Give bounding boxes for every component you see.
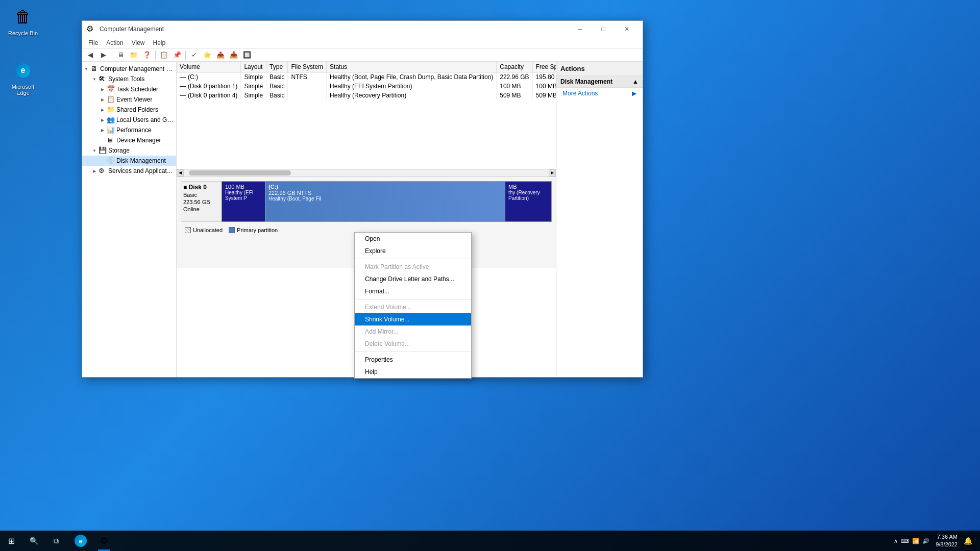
task-view-button[interactable]: ⧉ [45,531,67,551]
ctx-open[interactable]: Open [355,233,471,245]
taskbar-computer-mgmt[interactable]: ⚙ [93,531,115,551]
toolbar-forward[interactable]: ▶ [97,49,110,61]
partition-main[interactable]: (C:) 222.96 GB NTFS Healthy (Boot, Page … [265,182,505,221]
tree-disk-management[interactable]: 💿 Disk Management [82,156,176,166]
sys-icon: 🛠 [99,75,107,83]
fs-c: NTFS [288,72,327,82]
partition-recovery[interactable]: MB thy (Recovery Partition) [505,182,551,221]
table-scroll[interactable]: Volume Layout Type File System Status Ca… [177,62,556,169]
recycle-bin-icon[interactable]: 🗑 Recycle Bin [3,3,43,38]
toolbar-btn8[interactable]: 📥 [228,49,240,61]
col-volume[interactable]: Volume [177,62,241,72]
notification-button[interactable]: 🔔 [960,531,976,551]
actions-section-disk-mgmt[interactable]: Disk Management ▲ [556,76,643,88]
stor-icon: 💾 [99,146,107,155]
table-row[interactable]: —(Disk 0 partition 1) Simple Basic Healt… [177,82,556,91]
rec-desc: thy (Recovery Partition) [508,190,548,201]
close-button[interactable]: ✕ [615,21,639,37]
partition-efi[interactable]: 100 MB Healthy (EFI System P [222,182,265,221]
col-filesystem[interactable]: File System [288,62,327,72]
recycle-bin-label: Recycle Bin [8,30,38,36]
taskbar-clock[interactable]: 7:36 AM 9/8/2022 [936,533,958,549]
stor-label: Storage [108,147,130,154]
toolbar-computer[interactable]: 🖥 [114,49,127,61]
tree-system-tools[interactable]: ▼ 🛠 System Tools [82,74,176,84]
scroll-right[interactable]: ▶ [549,169,556,177]
search-button[interactable]: 🔍 [22,531,45,551]
ctx-shrink[interactable]: Shrink Volume... [355,313,471,325]
col-layout[interactable]: Layout [241,62,266,72]
tree-shared-folders[interactable]: ▶ 📁 Shared Folders [82,105,176,115]
scrollbar-thumb[interactable] [189,170,291,176]
main-desc: Healthy (Boot, Page Fil [268,196,502,202]
tray-network[interactable]: 📶 [912,538,919,544]
ev-icon: 📋 [107,95,115,104]
taskbar-edge[interactable]: e [69,531,92,551]
col-freespace[interactable]: Free Space [532,62,556,72]
minimize-button[interactable]: ─ [568,21,592,37]
scrollbar-track[interactable] [184,169,549,177]
tray-chevron[interactable]: ∧ [894,538,898,544]
toolbar-btn9[interactable]: 🔲 [241,49,253,61]
taskbar-edge-icon: e [75,535,87,547]
toolbar-help[interactable]: ❓ [141,49,153,61]
table-row[interactable]: —(Disk 0 partition 4) Simple Basic Healt… [177,91,556,100]
tree-event-viewer[interactable]: ▶ 📋 Event Viewer [82,94,176,105]
col-type[interactable]: Type [266,62,288,72]
ctx-change-drive[interactable]: Change Drive Letter and Paths... [355,273,471,285]
maximize-button[interactable]: □ [592,21,615,37]
ev-label: Event Viewer [116,96,152,103]
tree-device-manager[interactable]: 🖥 Device Manager [82,135,176,145]
tree-performance[interactable]: ▶ 📊 Performance [82,125,176,135]
tray-volume[interactable]: 🔊 [922,538,929,544]
ctx-format[interactable]: Format... [355,285,471,297]
tree-task-scheduler[interactable]: ▶ 📅 Task Scheduler [82,84,176,94]
sf-label: Shared Folders [116,106,158,113]
scroll-left[interactable]: ◀ [177,169,184,177]
free-c: 195.80 GB [532,72,556,82]
free-p4: 509 MB [532,91,556,100]
desktop: 🗑 Recycle Bin e Microsoft Edge ⚙ Compute… [0,0,980,551]
ctx-extend: Extend Volume... [355,301,471,313]
toolbar-btn7[interactable]: 📤 [214,49,227,61]
tree-local-users[interactable]: ▶ 👥 Local Users and Groups [82,115,176,125]
menu-file[interactable]: File [84,38,102,47]
window-title: Computer Management [100,26,568,33]
actions-panel: Actions Disk Management ▲ More Actions ▶ [556,62,643,377]
col-capacity[interactable]: Capacity [497,62,532,72]
toolbar-folder[interactable]: 📁 [128,49,140,61]
menu-help[interactable]: Help [149,38,170,47]
ctx-help[interactable]: Help [355,366,471,378]
actions-more-actions[interactable]: More Actions ▶ [556,88,643,99]
toolbar-sep2 [155,51,156,60]
horiz-scrollbar[interactable]: ◀ ▶ [177,169,556,176]
actions-section-collapse-icon: ▲ [632,78,639,85]
tree-services[interactable]: ▶ ⚙ Services and Applications [82,166,176,176]
menu-action[interactable]: Action [102,38,127,47]
toolbar-btn3[interactable]: 📋 [158,49,170,61]
ctx-properties[interactable]: Properties [355,354,471,366]
tree-root[interactable]: ▼ 🖥 Computer Management (Local) [82,64,176,74]
toolbar-btn5[interactable]: ✓ [188,49,200,61]
toolbar-back[interactable]: ◀ [84,49,96,61]
edge-desktop-icon[interactable]: e Microsoft Edge [3,56,43,98]
ts-icon: 📅 [107,85,115,93]
unalloc-box [185,227,191,233]
col-status[interactable]: Status [327,62,497,72]
ctx-explore[interactable]: Explore [355,245,471,257]
toolbar-btn4[interactable]: 📌 [171,49,183,61]
ctx-delete: Delete Volume... [355,338,471,350]
sys-expander: ▼ [90,75,99,83]
start-button[interactable]: ⊞ [0,531,22,551]
status-p1: Healthy (EFI System Partition) [327,82,497,91]
toolbar-btn6[interactable]: ⭐ [201,49,213,61]
svc-icon: ⚙ [99,167,107,175]
table-row[interactable]: —(C:) Simple Basic NTFS Healthy (Boot, P… [177,72,556,82]
menu-view[interactable]: View [128,38,149,47]
disk-size: 223.56 GB [183,199,219,205]
tree-storage[interactable]: ▼ 💾 Storage [82,145,176,156]
disk-type: Basic [183,192,219,198]
more-actions-arrow: ▶ [632,90,636,97]
root-label: Computer Management (Local) [100,65,174,72]
lu-icon: 👥 [107,116,115,124]
